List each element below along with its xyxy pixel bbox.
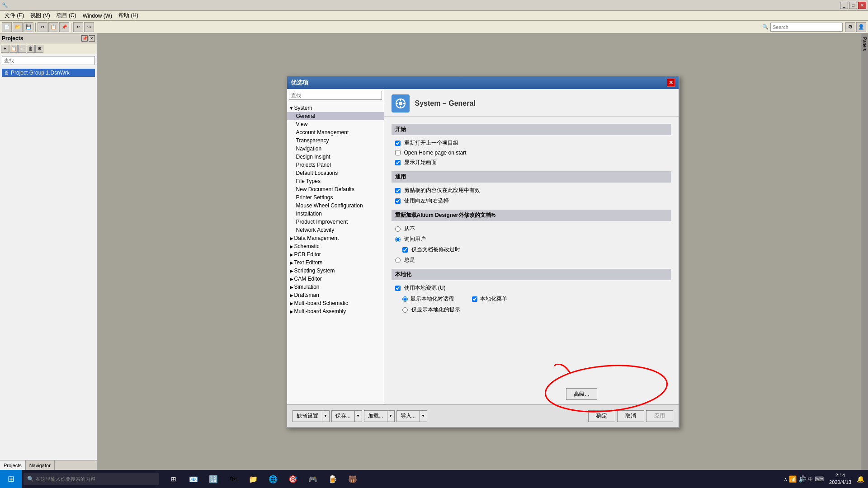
tree-node-scripting[interactable]: ▶ Scripting System: [287, 267, 384, 275]
checkbox-showmenu[interactable]: [472, 296, 477, 302]
ide-maximize-btn[interactable]: □: [849, 2, 857, 9]
ide-minimize-btn[interactable]: _: [840, 2, 848, 9]
tree-project-item[interactable]: 🖥 Project Group 1.DsnWrk: [2, 69, 95, 77]
save-arrow[interactable]: ▼: [355, 410, 362, 422]
label-showdialog[interactable]: 显示本地化对话程: [410, 295, 454, 303]
default-arrow[interactable]: ▼: [322, 410, 330, 422]
panel-move-btn[interactable]: →: [18, 45, 26, 53]
tree-node-new-doc[interactable]: New Document Defaults: [287, 185, 384, 193]
apply-btn[interactable]: 应用: [646, 410, 673, 422]
panel-delete-btn[interactable]: 🗑: [27, 45, 35, 53]
panel-search-input[interactable]: [2, 56, 95, 65]
toolbar-settings[interactable]: ⚙: [845, 22, 855, 32]
taskbar-icon-folder[interactable]: 📁: [244, 470, 262, 488]
tree-node-multiboard-asm[interactable]: ▶ Multi-board Assembly: [287, 307, 384, 315]
top-search-input[interactable]: [770, 23, 843, 32]
panel-config-btn[interactable]: ⚙: [35, 45, 43, 53]
tree-node-navigation[interactable]: Navigation: [287, 145, 384, 153]
save-btn[interactable]: 保存...: [331, 410, 355, 422]
taskbar-icon-chrome[interactable]: 🎯: [284, 470, 302, 488]
tree-node-schematic[interactable]: ▶ Schematic: [287, 242, 384, 250]
dialog-close-btn[interactable]: ✕: [667, 79, 675, 87]
label-reopen[interactable]: 重新打开上一个项目组: [404, 139, 458, 147]
tree-node-system[interactable]: ▼ System: [287, 104, 384, 112]
tree-node-multiboard-sch[interactable]: ▶ Multi-board Schematic: [287, 299, 384, 307]
tree-node-design-insight[interactable]: Design Insight: [287, 153, 384, 161]
tree-node-pcb-editor[interactable]: ▶ PCB Editor: [287, 250, 384, 258]
tab-projects[interactable]: Projects: [0, 460, 26, 470]
tree-node-transparency[interactable]: Transparency: [287, 136, 384, 145]
checkbox-uselocale[interactable]: [395, 286, 401, 291]
taskbar-icon-email[interactable]: 📧: [184, 470, 203, 488]
label-clipboard[interactable]: 剪贴板的内容仅在此应用中有效: [404, 187, 480, 194]
taskbar-icon-task-view[interactable]: ⊞: [165, 470, 183, 488]
toolbar-cut[interactable]: ✂: [38, 22, 47, 32]
checkbox-ask-sub[interactable]: [402, 247, 408, 253]
label-always[interactable]: 总是: [404, 256, 415, 264]
tree-node-view[interactable]: View: [287, 120, 384, 128]
label-arrow[interactable]: 使用向左/向右选择: [404, 197, 449, 205]
toolbar-redo[interactable]: ↪: [84, 22, 94, 32]
ok-btn[interactable]: 确定: [588, 410, 615, 422]
toolbar-undo[interactable]: ↩: [73, 22, 83, 32]
label-never[interactable]: 从不: [404, 225, 415, 233]
panel-pin-btn[interactable]: 📌: [81, 35, 88, 42]
checkbox-clipboard[interactable]: [395, 188, 401, 193]
taskbar-search-area[interactable]: 🔍 在这里输入你要搜索的内容: [24, 473, 159, 485]
tree-node-account[interactable]: Account Management: [287, 128, 384, 136]
menu-project[interactable]: 项目 (C): [54, 11, 79, 20]
radio-showhints[interactable]: [402, 307, 408, 313]
ide-close-btn[interactable]: ✕: [858, 2, 866, 9]
taskbar-icon-calc[interactable]: 🔢: [204, 470, 222, 488]
menu-view[interactable]: 视图 (V): [28, 11, 52, 20]
checkbox-homepage[interactable]: [395, 150, 401, 155]
tree-node-network-activity[interactable]: Network Activity: [287, 226, 384, 234]
tree-node-installation[interactable]: Installation: [287, 210, 384, 218]
taskbar-time-display[interactable]: 2:14 2020/4/13: [826, 472, 855, 486]
tray-notification[interactable]: 🔔: [857, 475, 864, 483]
tree-node-product-improvement[interactable]: Product Improvement: [287, 218, 384, 226]
start-button[interactable]: ⊞: [0, 470, 22, 488]
radio-ask[interactable]: [395, 237, 401, 242]
default-btn[interactable]: 缺省设置: [292, 410, 322, 422]
radio-never[interactable]: [395, 226, 401, 232]
label-showmenu[interactable]: 本地化菜单: [480, 295, 507, 303]
tree-node-general[interactable]: General: [287, 112, 384, 120]
cancel-btn[interactable]: 取消: [617, 410, 644, 422]
toolbar-new[interactable]: 📄: [2, 22, 12, 32]
tree-node-data-mgmt[interactable]: ▶ Data Management: [287, 234, 384, 242]
radio-showdialog[interactable]: [402, 296, 408, 302]
tree-node-cam-editor[interactable]: ▶ CAM Editor: [287, 275, 384, 283]
radio-always[interactable]: [395, 258, 401, 263]
label-uselocale[interactable]: 使用本地资源 (U): [404, 284, 446, 292]
panel-close-btn[interactable]: ✕: [89, 35, 95, 42]
tree-node-default-locations[interactable]: Default Locations: [287, 169, 384, 177]
tree-node-file-types[interactable]: File Types: [287, 177, 384, 185]
advanced-btn[interactable]: 高级...: [566, 388, 597, 400]
checkbox-arrow[interactable]: [395, 198, 401, 204]
label-showstart[interactable]: 显示开始画面: [404, 159, 437, 166]
tree-node-simulation[interactable]: ▶ Simulation: [287, 283, 384, 291]
import-arrow[interactable]: ▼: [420, 410, 427, 422]
tab-navigator[interactable]: Navigator: [26, 460, 55, 470]
toolbar-paste[interactable]: 📌: [59, 22, 69, 32]
import-btn[interactable]: 导入...: [396, 410, 420, 422]
taskbar-icon-app1[interactable]: 🎮: [304, 470, 322, 488]
tree-node-printer[interactable]: Printer Settings: [287, 193, 384, 202]
menu-help[interactable]: 帮助 (H): [116, 11, 141, 20]
menu-window[interactable]: Window (W): [80, 12, 115, 20]
tray-ime[interactable]: 中: [808, 476, 813, 483]
dialog-search-input[interactable]: [289, 91, 382, 100]
taskbar-icon-app3[interactable]: 🐻: [344, 470, 362, 488]
menu-file[interactable]: 文件 (E): [2, 11, 27, 20]
load-arrow[interactable]: ▼: [387, 410, 395, 422]
label-ask-sub[interactable]: 仅当文档被修改过时: [411, 246, 460, 253]
checkbox-reopen[interactable]: [395, 141, 401, 146]
toolbar-user[interactable]: 👤: [856, 22, 866, 32]
panel-copy-btn[interactable]: 📋: [9, 45, 18, 53]
toolbar-copy[interactable]: 📋: [48, 22, 58, 32]
tree-node-text-editors[interactable]: ▶ Text Editors: [287, 258, 384, 267]
taskbar-icon-store[interactable]: 🛍: [224, 470, 242, 488]
taskbar-icon-app2[interactable]: 🍺: [324, 470, 342, 488]
tray-arrow[interactable]: ∧: [784, 477, 787, 482]
